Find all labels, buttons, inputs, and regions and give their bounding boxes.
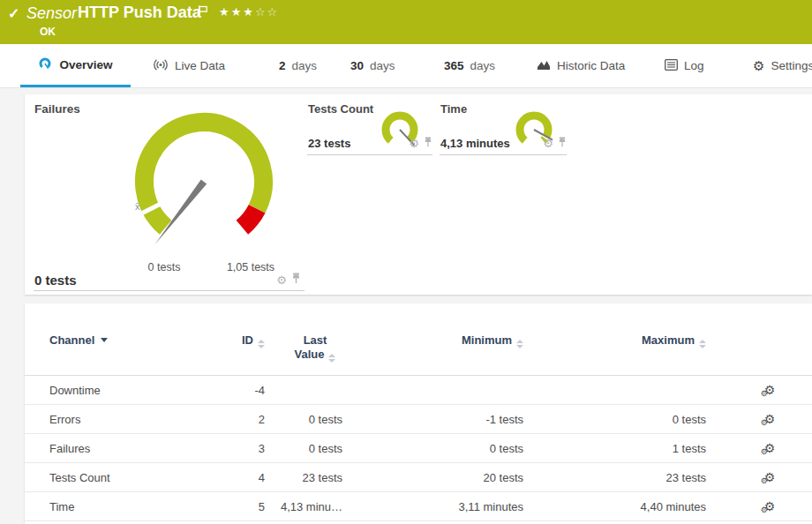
channel-minimum: -1 tests <box>342 405 523 434</box>
gauge-current-value: 0 tests <box>34 273 77 288</box>
gauge-settings-gear-icon[interactable]: ⚙ <box>543 138 553 149</box>
sensor-status-text: OK <box>40 26 56 38</box>
channel-settings-icon[interactable]: ⚙⚙ <box>764 500 776 513</box>
channel-name[interactable]: Failures <box>25 434 191 463</box>
table-row: Tests Count 4 23 tests 20 tests 23 tests… <box>25 463 812 492</box>
tab-settings[interactable]: ⚙ Settings <box>753 44 812 87</box>
table-header-row: Channel ID Last Value Minimum Maximum <box>25 303 812 376</box>
priority-flag-icon[interactable] <box>198 5 208 21</box>
channels-table: Channel ID Last Value Minimum Maximum Do… <box>25 303 812 521</box>
tab-word: days <box>370 59 395 72</box>
channel-name[interactable]: Errors <box>25 405 191 434</box>
sort-desc-icon <box>101 338 108 342</box>
stars-empty[interactable]: ☆☆ <box>255 5 279 19</box>
object-type-label: Sensor <box>26 4 77 23</box>
channel-minimum: 3,11 minutes <box>342 492 523 521</box>
channel-settings-icon[interactable]: ⚙⚙ <box>764 413 776 425</box>
sort-icon <box>699 340 706 348</box>
column-header-channel[interactable]: Channel <box>25 303 191 376</box>
gauge-title: Time <box>440 102 467 116</box>
tab-overview[interactable]: Overview <box>20 44 131 87</box>
gauge-icon <box>38 56 53 73</box>
sensor-status-banner: ✓ Sensor HTTP Push Data ★★★☆☆ OK <box>0 0 812 44</box>
gauge-settings-gear-icon[interactable]: ⚙ <box>409 138 419 149</box>
table-row: Failures 3 0 tests 0 tests 1 tests ⚙⚙ <box>25 434 812 463</box>
channel-id: -4 <box>191 376 265 405</box>
column-header-minimum[interactable]: Minimum <box>342 303 523 376</box>
channel-last-value: 0 tests <box>265 434 342 463</box>
gauge-title: Tests Count <box>308 102 373 116</box>
channel-id: 4 <box>191 463 265 492</box>
sort-icon <box>328 354 335 363</box>
channel-name[interactable]: Time <box>25 492 191 521</box>
channel-maximum: 0 tests <box>523 405 706 434</box>
gauge-current-value: 23 tests <box>308 137 350 150</box>
channel-minimum <box>342 376 523 405</box>
table-row: Time 5 4,13 minu… 3,11 minutes 4,40 minu… <box>25 492 812 521</box>
tab-word: days <box>292 59 318 72</box>
channel-last-value: 23 tests <box>265 463 342 492</box>
tab-2-days[interactable]: 2days <box>279 44 317 87</box>
column-header-maximum[interactable]: Maximum <box>523 303 706 376</box>
tab-number: 30 <box>350 59 364 72</box>
column-header-id[interactable]: ID <box>191 303 265 376</box>
sensor-title: HTTP Push Data <box>78 4 201 22</box>
average-marker-label: x̄ <box>135 201 140 212</box>
channel-maximum: 4,40 minutes <box>523 492 706 521</box>
pin-icon[interactable] <box>558 135 567 151</box>
ok-check-icon: ✓ <box>8 5 19 22</box>
gauge-block-tests-count: Tests Count 23 tests ⚙ <box>307 101 432 155</box>
channels-panel: Channel ID Last Value Minimum Maximum Do… <box>25 303 812 524</box>
tab-label: Live Data <box>175 59 225 72</box>
gauge-title: Failures <box>34 102 80 116</box>
tab-live-data[interactable]: Live Data <box>153 44 225 87</box>
channel-id: 2 <box>191 405 265 434</box>
tab-word: days <box>470 59 496 72</box>
tab-30-days[interactable]: 30days <box>350 44 395 87</box>
tab-historic-data[interactable]: Historic Data <box>537 44 625 87</box>
channel-minimum: 20 tests <box>342 463 523 492</box>
table-row: Downtime -4 ⚙⚙ <box>25 376 812 405</box>
gauge-settings-gear-icon[interactable]: ⚙ <box>276 274 287 286</box>
tab-label: Historic Data <box>557 59 625 72</box>
failures-gauge: x̄ <box>116 98 292 255</box>
gear-icon: ⚙ <box>753 58 764 74</box>
tab-label: Settings <box>771 59 812 72</box>
tab-log[interactable]: Log <box>665 44 704 87</box>
channel-maximum: 1 tests <box>523 434 706 463</box>
tab-number: 2 <box>279 59 286 72</box>
channel-maximum <box>523 376 706 405</box>
pin-icon[interactable] <box>291 272 301 288</box>
gauge-scale-min: 0 tests <box>136 261 192 273</box>
tab-number: 365 <box>444 59 464 72</box>
channel-name[interactable]: Tests Count <box>25 463 191 492</box>
channel-maximum: 23 tests <box>523 463 706 492</box>
channel-id: 5 <box>191 492 265 521</box>
gauges-panel: Failures x̄ 0 tests 1,05 tests 0 tests ⚙… <box>25 94 812 295</box>
gauge-current-value: 4,13 minutes <box>440 137 510 150</box>
channel-settings-icon[interactable]: ⚙⚙ <box>764 384 776 396</box>
sort-icon <box>516 340 523 348</box>
area-chart-icon <box>537 59 551 73</box>
sort-icon <box>258 340 265 348</box>
tab-label: Log <box>684 59 704 72</box>
channel-settings-icon[interactable]: ⚙⚙ <box>764 442 776 454</box>
channel-settings-icon[interactable]: ⚙⚙ <box>764 471 776 483</box>
stars-filled[interactable]: ★★★ <box>219 5 255 19</box>
broadcast-icon <box>153 59 169 73</box>
column-header-actions <box>706 303 812 376</box>
gauge-block-failures: Failures x̄ 0 tests 1,05 tests 0 tests ⚙ <box>34 99 304 291</box>
channel-last-value: 0 tests <box>265 405 342 434</box>
tab-365-days[interactable]: 365days <box>444 44 495 87</box>
channel-id: 3 <box>191 434 265 463</box>
list-icon <box>665 59 678 73</box>
pin-icon[interactable] <box>424 135 432 151</box>
priority-stars[interactable]: ★★★☆☆ <box>219 5 279 19</box>
gauge-scale-max: 1,05 tests <box>222 261 279 273</box>
column-header-last-value[interactable]: Last Value <box>265 303 342 376</box>
channel-last-value <box>265 376 342 405</box>
gauge-block-time: Time 4,13 minutes ⚙ <box>440 101 567 155</box>
channel-last-value: 4,13 minu… <box>265 492 342 521</box>
tab-label: Overview <box>59 58 112 71</box>
channel-name[interactable]: Downtime <box>25 376 191 405</box>
